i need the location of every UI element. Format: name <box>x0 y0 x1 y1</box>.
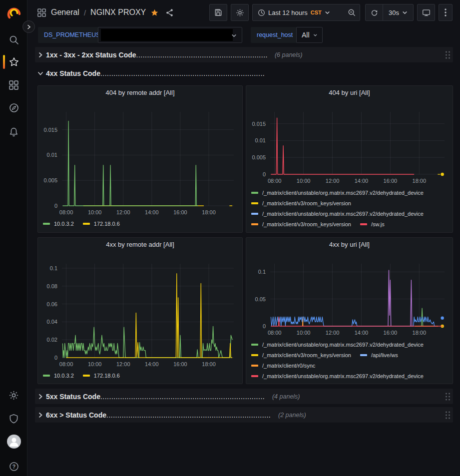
legend-item[interactable]: /_matrix/client/v3/room_keys/version <box>251 221 351 227</box>
legend-item[interactable]: /_matrix/client/unstable/org.matrix.msc2… <box>251 373 424 379</box>
variable-value-ds-prometheus[interactable] <box>98 27 242 43</box>
legend-label: 10.0.3.2 <box>54 221 74 227</box>
chevron-right-icon <box>37 394 43 400</box>
series-line <box>271 317 436 327</box>
series-line <box>271 118 414 174</box>
row-drag-handle[interactable] <box>446 51 450 58</box>
panel-legend: /_matrix/client/unstable/org.matrix.msc2… <box>251 190 452 232</box>
legend-item[interactable]: /_matrix/client/unstable/org.matrix.msc2… <box>251 342 424 348</box>
legend-item[interactable]: 172.18.0.6 <box>83 373 120 379</box>
legend-item[interactable]: /_matrix/client/unstable/org.matrix.msc2… <box>251 190 424 196</box>
svg-text:16:00: 16:00 <box>384 330 398 336</box>
save-icon <box>214 8 222 16</box>
sidebar-search[interactable] <box>0 31 27 49</box>
timeseries-chart[interactable]: 00.050.108:0010:0012:0014:0016:0018:00 <box>246 264 453 340</box>
grafana-dashboard: ? General / NGINX PROXY Last 12 hours CS… <box>0 0 460 476</box>
row-header-6xx[interactable]: 6xx > Status Code ......................… <box>35 407 453 423</box>
breadcrumb-separator: / <box>84 8 86 17</box>
svg-text:0.08: 0.08 <box>47 283 57 289</box>
row-title: 1xx - 3xx - 2xx Status Code <box>46 51 136 59</box>
svg-text:16:00: 16:00 <box>173 209 187 215</box>
legend-item[interactable]: /_matrix/client/v3/room_keys/version <box>251 352 351 358</box>
variable-label-ds-prometheus: DS_PROMETHEUS <box>38 27 106 43</box>
tv-mode-button[interactable] <box>417 4 435 21</box>
clock-icon <box>258 9 265 16</box>
panel-title[interactable]: 404 by uri [All] <box>246 89 453 96</box>
time-range-picker[interactable]: Last 12 hours CST <box>252 4 344 21</box>
legend-item[interactable]: 10.0.3.2 <box>43 221 74 227</box>
save-dashboard-button[interactable] <box>209 4 227 21</box>
grafana-logo[interactable] <box>6 5 22 21</box>
timeseries-chart[interactable]: 00.0050.010.01508:0010:0012:0014:0016:00… <box>38 112 243 220</box>
share-icon[interactable] <box>165 8 174 17</box>
legend-swatch <box>251 365 258 367</box>
legend-label: /sw.js <box>371 221 385 227</box>
svg-text:08:00: 08:00 <box>268 178 282 184</box>
settings-gear-icon <box>8 390 19 401</box>
panel-4xx-by-uri: 4xx by uri [All] 00.050.108:0010:0012:00… <box>246 237 453 384</box>
sidebar-expand-button[interactable] <box>22 20 35 33</box>
series-line <box>388 270 412 326</box>
variable-value-request-host[interactable]: All <box>296 27 323 43</box>
panel-title[interactable]: 4xx by uri [All] <box>246 241 453 248</box>
svg-text:0.1: 0.1 <box>50 265 57 271</box>
row-title-dots: ........................................… <box>100 69 265 77</box>
legend-swatch <box>43 223 50 225</box>
legend-item[interactable]: /_matrix/client/v3/room_keys/version <box>251 200 351 206</box>
favorite-star-icon[interactable] <box>150 8 159 17</box>
panel-title[interactable]: 404 by remote addr [All] <box>38 89 242 96</box>
legend-item[interactable]: /sw.js <box>360 221 385 227</box>
panel-title[interactable]: 4xx by remote addr [All] <box>38 241 242 248</box>
refresh-interval-picker[interactable]: 30s <box>383 4 414 21</box>
refresh-button[interactable] <box>365 4 383 21</box>
timezone-label: CST <box>311 9 322 15</box>
legend-swatch <box>251 344 258 346</box>
svg-text:12:00: 12:00 <box>116 361 130 367</box>
breadcrumb-dashboard-title[interactable]: NGINX PROXY <box>90 8 146 17</box>
row-drag-handle[interactable] <box>446 411 450 419</box>
more-options-button[interactable] <box>439 4 453 21</box>
sidebar-help[interactable]: ? <box>0 458 27 476</box>
legend-item[interactable]: /api/live/ws <box>360 352 398 358</box>
svg-text:10:00: 10:00 <box>88 209 102 215</box>
help-icon: ? <box>8 461 19 472</box>
breadcrumb-section[interactable]: General <box>51 8 79 17</box>
chevron-down-icon <box>37 70 43 76</box>
legend-label: /_matrix/client/unstable/org.matrix.msc2… <box>262 373 424 379</box>
series-point <box>441 173 444 176</box>
sidebar-alerting[interactable] <box>0 123 27 141</box>
row-drag-handle[interactable] <box>446 393 450 400</box>
svg-text:16:00: 16:00 <box>384 178 398 184</box>
zoom-out-time-button[interactable] <box>344 4 360 21</box>
dashboard-settings-button[interactable] <box>231 4 249 21</box>
sidebar-starred[interactable] <box>0 53 27 71</box>
sidebar-profile[interactable] <box>0 433 27 451</box>
kebab-menu-icon <box>445 8 447 16</box>
legend-swatch <box>83 223 90 225</box>
legend-item[interactable]: 172.18.0.6 <box>83 221 120 227</box>
sidebar: ? <box>0 0 27 476</box>
legend-item[interactable]: /_matrix/client/r0/sync <box>251 363 315 369</box>
chart-svg: 00.0050.010.01508:0010:0012:0014:0016:00… <box>246 112 453 186</box>
sidebar-admin[interactable] <box>0 410 27 428</box>
legend-item[interactable]: 10.0.3.2 <box>43 373 74 379</box>
svg-text:0: 0 <box>54 203 57 209</box>
sidebar-dashboards[interactable] <box>0 76 27 94</box>
row-header-5xx[interactable]: 5xx Status Code ........................… <box>35 389 453 404</box>
legend-item[interactable]: /_matrix/client/unstable/org.matrix.msc2… <box>251 211 424 217</box>
row-title: 4xx Status Code <box>46 69 100 77</box>
svg-text:14:00: 14:00 <box>145 361 159 367</box>
timeseries-chart[interactable]: 00.0050.010.01508:0010:0012:0014:0016:00… <box>246 112 453 188</box>
legend-swatch <box>43 375 50 377</box>
timeseries-chart[interactable]: 00.020.040.060.080.108:0010:0012:0014:00… <box>38 264 243 372</box>
row-header-4xx[interactable]: 4xx Status Code ........................… <box>35 66 453 80</box>
sidebar-settings[interactable] <box>0 386 27 404</box>
row-header-1xx-3xx-2xx[interactable]: 1xx - 3xx - 2xx Status Code ............… <box>35 47 453 62</box>
legend-label: /_matrix/client/r0/sync <box>262 363 315 369</box>
breadcrumb: General / NGINX PROXY <box>37 0 174 25</box>
tv-monitor-icon <box>422 8 431 17</box>
legend-swatch <box>251 223 258 225</box>
series-point <box>441 316 444 319</box>
panel-4xx-by-remote-addr: 4xx by remote addr [All] 00.020.040.060.… <box>37 237 243 384</box>
sidebar-explore[interactable] <box>0 99 27 117</box>
